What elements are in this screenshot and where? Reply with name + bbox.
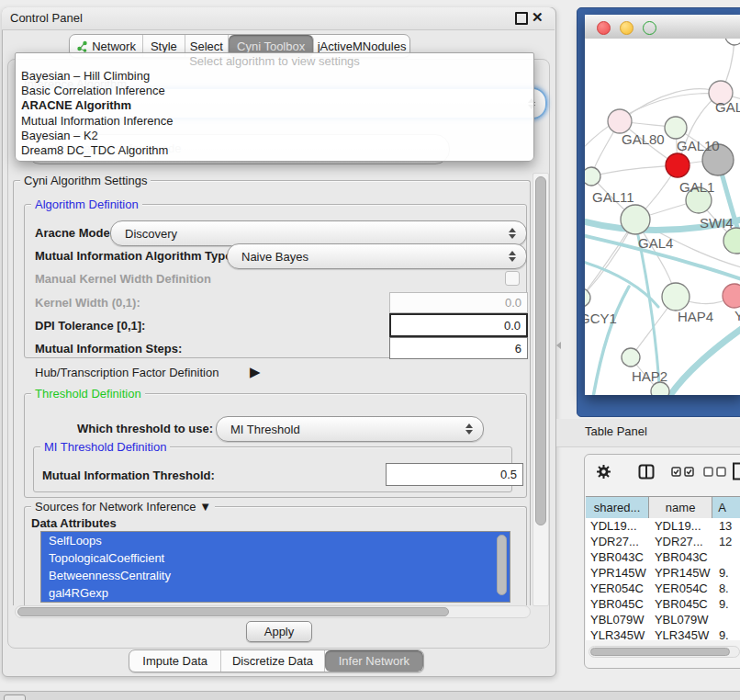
bottom-dock-button[interactable]: [4, 694, 26, 700]
tab-discretize-data[interactable]: Discretize Data: [221, 650, 324, 672]
mac-close-button[interactable]: [597, 21, 611, 35]
algorithm-popup: Select algorithm to view settings Bayesi…: [15, 52, 534, 162]
column-layout-icon[interactable]: [638, 464, 655, 480]
kernel-width-field[interactable]: 0.0: [389, 292, 528, 313]
network-icon: [76, 40, 88, 52]
table-row[interactable]: YBL079WYBL079W: [586, 612, 740, 627]
popup-item[interactable]: Mutual Information Inference: [16, 114, 533, 129]
hub-definition-label[interactable]: Hub/Transcription Factor Definition: [35, 366, 219, 379]
table-header: shared... name A: [586, 496, 740, 519]
close-icon[interactable]: ✕: [532, 9, 544, 26]
network-window-titlebar[interactable]: [585, 15, 740, 40]
table-body[interactable]: YDL19...YDL19...13YDR27...YDR27...12YBR0…: [586, 518, 740, 640]
aracne-mode-combobox[interactable]: Discovery: [110, 220, 527, 246]
popup-item[interactable]: Bayesian – Hill Climbing: [16, 69, 533, 84]
dpi-tolerance-label: DPI Tolerance [0,1]:: [35, 319, 145, 333]
manual-kernel-width-label: Manual Kernel Width Definition: [35, 272, 211, 286]
settings-vscroll-track[interactable]: [533, 173, 549, 606]
tab-impute-data[interactable]: Impute Data: [129, 650, 221, 672]
table-row[interactable]: YBR043CYBR043C: [586, 549, 740, 565]
tab-network-label: Network: [92, 40, 136, 53]
data-attributes-list[interactable]: SelfLoops TopologicalCoefficient Between…: [40, 531, 510, 603]
tab-infer-network[interactable]: Infer Network: [325, 650, 423, 672]
list-item[interactable]: SelfLoops: [41, 532, 510, 549]
network-node[interactable]: [608, 109, 632, 133]
network-node[interactable]: [662, 283, 690, 310]
settings-hscroll-thumb[interactable]: [17, 607, 449, 616]
list-item[interactable]: gal4RGexp: [41, 584, 510, 602]
apply-button[interactable]: Apply: [246, 621, 312, 642]
network-node[interactable]: [585, 288, 590, 307]
select-all-checks-icon[interactable]: [671, 467, 695, 477]
mi-algorithm-type-value: Naive Bayes: [241, 250, 308, 264]
node-label: GAL: [715, 99, 740, 115]
which-threshold-label: Which threshold to use:: [77, 422, 213, 435]
document-icon[interactable]: [732, 462, 740, 480]
column-header-partial[interactable]: A: [712, 497, 740, 518]
combo-arrows-icon: [509, 251, 516, 262]
node-label: SWI4: [700, 215, 734, 231]
column-header-name[interactable]: name: [649, 497, 712, 518]
network-node[interactable]: [666, 153, 690, 177]
attributes-list-scrollbar[interactable]: [497, 535, 507, 595]
manual-kernel-width-checkbox[interactable]: [505, 271, 520, 286]
mi-steps-label: Mutual Information Steps:: [35, 342, 182, 356]
kernel-width-label: Kernel Width (0,1):: [35, 296, 140, 310]
network-node[interactable]: [622, 348, 640, 367]
popup-item[interactable]: Bayesian – K2: [16, 129, 533, 143]
popup-item[interactable]: Dream8 DC_TDC Algorithm: [16, 143, 533, 158]
network-node[interactable]: [585, 167, 600, 186]
mi-steps-field[interactable]: 6: [389, 337, 528, 359]
table-panel-titlebar[interactable]: Table Panel: [556, 419, 740, 447]
table-row[interactable]: YDL19...YDL19...13: [586, 518, 740, 534]
network-graph[interactable]: GALGAL80GAL10GAL1GAL11SWI4GAL4GCY1HAP4YH…: [585, 39, 740, 395]
table-panel-box: shared... name A YDL19...YDL19...13YDR27…: [584, 454, 740, 669]
node-label: HAP2: [632, 368, 667, 384]
table-row[interactable]: YPR145WYPR145W9.: [586, 565, 740, 581]
network-node[interactable]: [665, 117, 687, 139]
list-item[interactable]: TopologicalCoefficient: [41, 549, 510, 567]
float-window-icon[interactable]: [515, 12, 528, 25]
mac-minimize-button[interactable]: [620, 21, 633, 35]
node-label: GAL11: [592, 189, 634, 205]
data-attributes-label: Data Attributes: [31, 516, 117, 530]
list-item[interactable]: BetweennessCentrality: [41, 567, 510, 584]
network-node[interactable]: [723, 228, 740, 254]
combo-arrows-icon: [465, 423, 473, 435]
which-threshold-combobox[interactable]: MI Threshold: [216, 416, 484, 442]
table-hscroll-thumb[interactable]: [590, 648, 730, 656]
node-label: GAL10: [677, 138, 720, 153]
popup-hint: Select algorithm to view settings: [16, 53, 533, 69]
mi-threshold-field[interactable]: 0.5: [386, 463, 523, 486]
deselect-all-boxes-icon[interactable]: [703, 467, 727, 477]
network-node[interactable]: [723, 284, 740, 308]
column-header-shared-name[interactable]: shared...: [586, 497, 649, 518]
popup-item[interactable]: Basic Correlation Inference: [16, 84, 533, 98]
popup-item-aracne[interactable]: ARACNE Algorithm: [16, 98, 533, 113]
collapse-down-icon[interactable]: ▼: [199, 500, 211, 514]
table-hscroll-track[interactable]: [589, 646, 740, 658]
aracne-mode-value: Discovery: [125, 227, 177, 241]
mac-zoom-button[interactable]: [643, 21, 656, 35]
network-node[interactable]: [651, 382, 669, 395]
table-row[interactable]: YDR27...YDR27...12: [586, 534, 740, 549]
network-node[interactable]: [621, 205, 650, 234]
dpi-tolerance-field[interactable]: 0.0: [389, 313, 528, 337]
algorithm-definition-title: Algorithm Definition: [31, 198, 142, 211]
panel-splitter-handle[interactable]: [556, 342, 561, 349]
network-canvas[interactable]: GALGAL80GAL10GAL1GAL11SWI4GAL4GCY1HAP4YH…: [585, 39, 740, 395]
settings-vscroll-thumb[interactable]: [535, 176, 546, 525]
mi-algorithm-type-combobox[interactable]: Naive Bayes: [227, 243, 527, 269]
node-label: HAP4: [678, 309, 713, 324]
control-panel-titlebar[interactable]: Control Panel: [2, 7, 555, 30]
table-row[interactable]: YBR045CYBR045C9.: [586, 596, 740, 612]
node-label: GAL1: [679, 179, 714, 195]
mi-algorithm-type-label: Mutual Information Algorithm Type:: [35, 249, 236, 263]
cyni-algorithm-settings-title: Cyni Algorithm Settings: [20, 174, 151, 187]
table-row[interactable]: YLR345WYLR345W9.: [586, 627, 740, 640]
table-row[interactable]: YER054CYER054C8.: [586, 581, 740, 596]
settings-hscroll-track[interactable]: [15, 605, 531, 618]
gear-icon[interactable]: [596, 464, 611, 480]
expand-right-icon[interactable]: ▶: [250, 364, 261, 380]
network-node[interactable]: [725, 39, 740, 45]
